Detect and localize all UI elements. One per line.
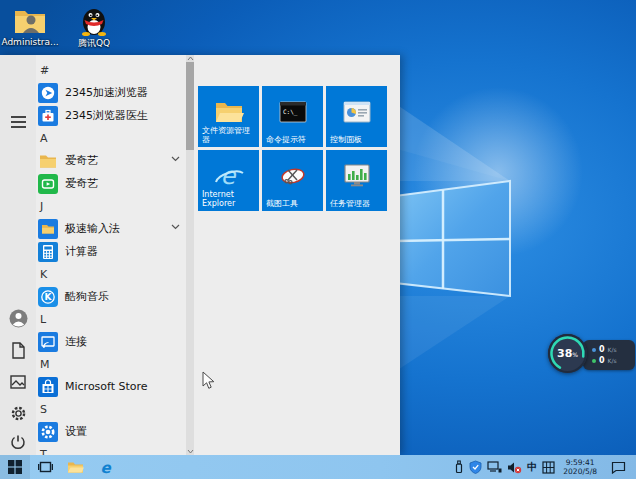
settings-gear-icon	[38, 422, 58, 442]
download-dot-icon	[592, 359, 596, 363]
desktop-icon-tencent-qq[interactable]: 腾讯QQ	[68, 6, 120, 50]
keyboard-layout-icon[interactable]	[542, 461, 555, 474]
volume-muted-icon[interactable]	[507, 461, 522, 474]
control-panel-icon	[343, 101, 371, 123]
app-list-header[interactable]: L	[36, 308, 186, 330]
memory-percent: 38%	[557, 347, 578, 360]
app-item-connect[interactable]: 连接	[36, 330, 186, 353]
svg-text:C:\_: C:\_	[283, 108, 298, 116]
start-menu-rail	[0, 55, 36, 455]
task-view-icon	[38, 461, 53, 473]
clock-time: 9:59:41	[566, 458, 595, 467]
app-list-scrollbar[interactable]	[186, 55, 194, 455]
task-view-button[interactable]	[30, 455, 60, 479]
download-value: 0	[599, 356, 605, 365]
upload-dot-icon	[592, 348, 596, 352]
power-button[interactable]	[0, 427, 36, 457]
2345-speed-browser-icon	[38, 83, 58, 103]
action-center-button[interactable]	[605, 461, 632, 474]
user-folder-icon	[12, 6, 48, 36]
app-list-header[interactable]: T	[36, 443, 186, 455]
app-item-settings[interactable]: 设置	[36, 420, 186, 443]
start-button[interactable]	[0, 455, 30, 479]
usb-device-icon[interactable]	[454, 460, 464, 474]
desktop-icon-administrator-folder[interactable]: Administra...	[4, 6, 56, 50]
tile-internet-explorer[interactable]: e Internet Explorer	[198, 150, 259, 211]
app-list-header[interactable]: K	[36, 263, 186, 285]
app-item-microsoft-store[interactable]: Microsoft Store	[36, 375, 186, 398]
float-ball-speed-panel[interactable]: 0 K/s 0 K/s	[583, 340, 635, 370]
folder-icon	[38, 151, 58, 171]
app-item-2345-doctor[interactable]: 2345浏览器医生	[36, 104, 186, 127]
taskbar: e	[0, 455, 636, 479]
documents-button[interactable]	[0, 335, 36, 365]
app-list-header[interactable]: A	[36, 127, 186, 149]
pictures-button[interactable]	[0, 367, 36, 397]
app-folder-iqiyi[interactable]: 爱奇艺	[36, 149, 186, 172]
upload-unit: K/s	[608, 346, 617, 353]
app-list-header[interactable]: #	[36, 59, 186, 81]
windows-logo-icon	[8, 460, 22, 474]
user-account-button[interactable]	[0, 303, 36, 333]
upload-speed-row: 0 K/s	[583, 345, 635, 354]
tile-control-panel[interactable]: 控制面板	[326, 86, 387, 147]
app-list-header[interactable]: S	[36, 398, 186, 420]
file-explorer-icon	[214, 100, 244, 124]
calculator-icon	[38, 242, 58, 262]
command-prompt-icon: C:\_	[279, 101, 307, 123]
app-list-header[interactable]: M	[36, 353, 186, 375]
app-item-2345-browser[interactable]: 2345加速浏览器	[36, 81, 186, 104]
upload-value: 0	[599, 345, 605, 354]
snipping-tool-icon	[278, 165, 308, 187]
scroll-up-icon[interactable]	[186, 55, 194, 62]
system-tray: 中 9:59:41 2020/5/8	[454, 455, 636, 479]
2345-browser-doctor-icon	[38, 106, 58, 126]
app-item-kugou-music[interactable]: K 酷狗音乐	[36, 285, 186, 308]
start-menu-tiles: 文件资源管理器 C:\_ 命令提示符	[198, 86, 392, 211]
download-speed-row: 0 K/s	[583, 356, 635, 365]
download-unit: K/s	[608, 357, 617, 364]
taskbar-clock[interactable]: 9:59:41 2020/5/8	[560, 458, 600, 476]
tile-file-explorer[interactable]: 文件资源管理器	[198, 86, 259, 147]
document-icon	[11, 342, 26, 359]
desktop-icon-label: Administra...	[1, 37, 58, 47]
security-shield-icon[interactable]	[469, 460, 482, 474]
start-menu: # 2345加速浏览器 2345浏览器医生 A	[0, 55, 400, 455]
chevron-down-icon[interactable]	[171, 224, 180, 230]
scroll-down-icon[interactable]	[186, 448, 194, 455]
task-manager-icon	[343, 164, 371, 188]
input-method-indicator[interactable]: 中	[527, 460, 537, 474]
qq-penguin-icon	[76, 6, 112, 36]
network-ethernet-icon[interactable]	[487, 461, 502, 474]
chevron-down-icon[interactable]	[171, 156, 180, 162]
desktop: Administra... 腾讯QQ 0 K/s	[0, 0, 636, 479]
svg-text:K: K	[45, 292, 53, 302]
folder-on-blue-icon	[38, 219, 58, 239]
scrollbar-thumb[interactable]	[186, 62, 194, 150]
desktop-icon-label: 腾讯QQ	[78, 37, 110, 50]
svg-text:e: e	[100, 459, 111, 476]
action-center-icon	[611, 461, 626, 474]
hamburger-icon	[11, 116, 26, 128]
kugou-music-icon: K	[38, 287, 58, 307]
float-ball-memory-circle[interactable]: 38%	[548, 334, 587, 373]
tile-command-prompt[interactable]: C:\_ 命令提示符	[262, 86, 323, 147]
app-item-calculator[interactable]: 计算器	[36, 240, 186, 263]
app-folder-jisu-input[interactable]: 极速输入法	[36, 217, 186, 240]
internet-explorer-icon: e	[213, 162, 245, 190]
tile-snipping-tool[interactable]: 截图工具	[262, 150, 323, 211]
app-item-iqiyi[interactable]: 爱奇艺	[36, 172, 186, 195]
connect-cast-icon	[38, 332, 58, 352]
start-menu-app-list: # 2345加速浏览器 2345浏览器医生 A	[36, 55, 186, 455]
app-list-header[interactable]: J	[36, 195, 186, 217]
expand-menu-button[interactable]	[0, 107, 36, 137]
user-avatar-icon	[9, 309, 28, 328]
microsoft-store-icon	[38, 377, 58, 397]
tile-task-manager[interactable]: 任务管理器	[326, 150, 387, 211]
power-icon	[10, 434, 26, 450]
iqiyi-icon	[38, 174, 58, 194]
file-explorer-taskbar-button[interactable]	[60, 455, 90, 479]
edge-taskbar-button[interactable]: e	[90, 455, 120, 479]
settings-button[interactable]	[0, 398, 36, 428]
desktop-icon-area: Administra... 腾讯QQ	[4, 6, 120, 50]
